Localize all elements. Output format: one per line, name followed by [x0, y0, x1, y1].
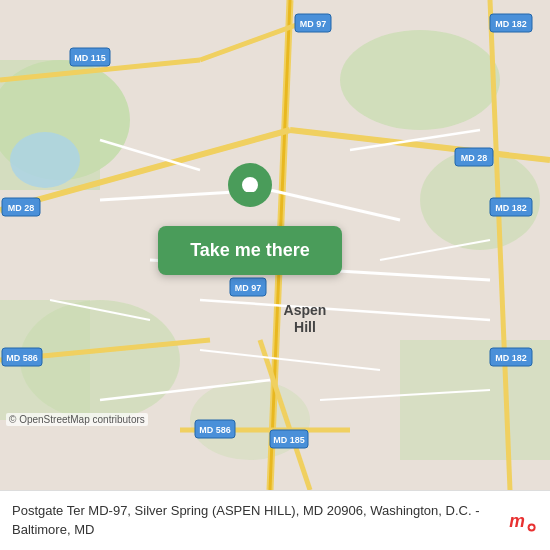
svg-text:MD 28: MD 28: [8, 203, 35, 213]
bottom-bar: Postgate Ter MD-97, Silver Spring (ASPEN…: [0, 490, 550, 550]
take-me-there-button[interactable]: Take me there: [158, 226, 342, 275]
svg-text:MD 28: MD 28: [461, 153, 488, 163]
svg-text:MD 586: MD 586: [199, 425, 231, 435]
moovit-logo: m: [506, 505, 538, 537]
svg-text:MD 182: MD 182: [495, 19, 527, 29]
moovit-logo-icon: m: [506, 505, 538, 537]
svg-text:Aspen: Aspen: [284, 302, 327, 318]
map-container: MD 97 MD 115 MD 182 MD 28 MD 28 MD 182 M…: [0, 0, 550, 490]
svg-text:MD 115: MD 115: [74, 53, 106, 63]
osm-attribution: © OpenStreetMap contributors: [6, 413, 148, 426]
svg-text:Hill: Hill: [294, 319, 316, 335]
address-text: Postgate Ter MD-97, Silver Spring (ASPEN…: [12, 502, 498, 538]
svg-text:MD 97: MD 97: [300, 19, 327, 29]
svg-point-9: [10, 132, 80, 188]
svg-text:MD 182: MD 182: [495, 203, 527, 213]
map-pin-icon: [225, 160, 275, 220]
svg-text:MD 185: MD 185: [273, 435, 305, 445]
svg-text:MD 586: MD 586: [6, 353, 38, 363]
svg-point-3: [340, 30, 500, 130]
button-overlay: Take me there: [130, 160, 370, 275]
svg-point-61: [530, 525, 534, 529]
svg-text:MD 182: MD 182: [495, 353, 527, 363]
svg-text:MD 97: MD 97: [235, 283, 262, 293]
svg-text:m: m: [509, 511, 525, 531]
svg-point-6: [20, 300, 180, 420]
svg-point-56: [242, 177, 258, 193]
